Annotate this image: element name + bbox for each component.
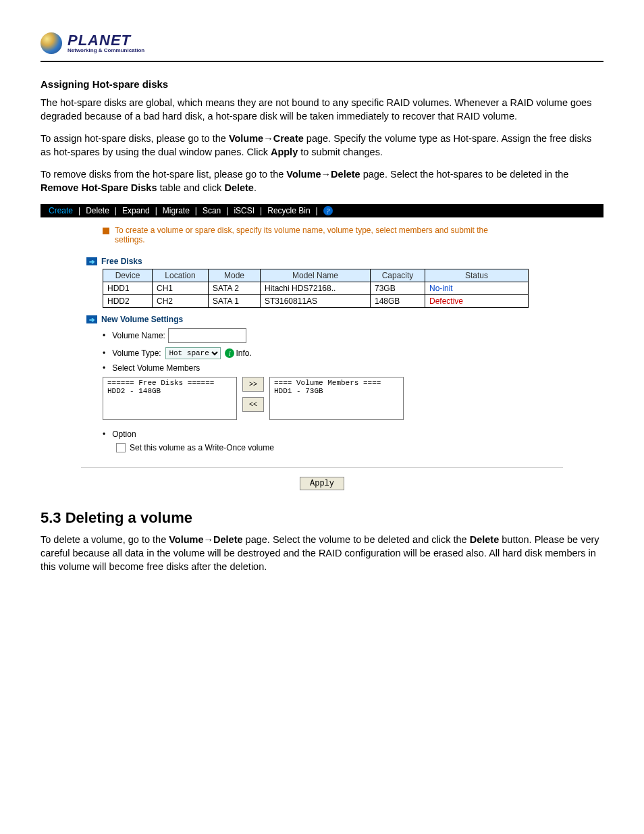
heading-deleting-volume: 5.3 Deleting a volume bbox=[41, 509, 603, 527]
section-heading: Assigning Hot-spare disks bbox=[41, 78, 603, 90]
nav-path: Volume→Delete bbox=[286, 169, 360, 180]
cell: HDD2 bbox=[103, 295, 153, 308]
col-modelname: Model Name bbox=[261, 269, 371, 282]
text: table and click bbox=[157, 182, 224, 193]
info-icon[interactable]: i bbox=[225, 348, 234, 358]
header-rule bbox=[41, 61, 603, 62]
move-right-button[interactable]: >> bbox=[242, 377, 264, 392]
cell-status: Defective bbox=[425, 295, 529, 308]
bullet-icon bbox=[103, 228, 109, 234]
volume-type-label: Volume Type: bbox=[112, 348, 161, 358]
logo-tagline: Networking & Communication bbox=[68, 48, 144, 53]
row-volume-name: Volume Name: bbox=[103, 328, 603, 343]
new-volume-panel: ➔ New Volume Settings bbox=[86, 315, 603, 324]
nav-path: Volume→Create bbox=[229, 133, 304, 144]
tab-recyclebin[interactable]: Recycle Bin bbox=[262, 206, 315, 215]
tab-migrate[interactable]: Migrate bbox=[157, 206, 195, 215]
body-paragraph: To assign hot-spare disks, please go to … bbox=[41, 132, 603, 159]
nav-separator-icon: | bbox=[316, 206, 318, 215]
volume-type-select[interactable]: Hot spare bbox=[165, 347, 221, 359]
collapse-arrow-icon[interactable]: ➔ bbox=[86, 257, 97, 265]
text: . bbox=[254, 182, 257, 193]
text: To delete a volume, go to the bbox=[41, 534, 169, 545]
cell: SATA 1 bbox=[209, 295, 261, 308]
dual-listbox: ====== Free Disks ====== HDD2 - 148GB >>… bbox=[103, 377, 603, 420]
logo-name: PLANET bbox=[68, 33, 144, 48]
divider bbox=[81, 467, 563, 468]
tab-expand[interactable]: Expand bbox=[117, 206, 155, 215]
col-location: Location bbox=[153, 269, 209, 282]
brand-logo: PLANET Networking & Communication bbox=[41, 32, 603, 54]
button-name: Delete bbox=[224, 182, 254, 193]
cell: CH1 bbox=[153, 282, 209, 295]
move-left-button[interactable]: << bbox=[242, 397, 264, 412]
nav-path: Volume→Delete bbox=[169, 534, 242, 545]
write-once-row: Set this volume as a Write-Once volume bbox=[116, 443, 603, 452]
volume-name-label: Volume Name: bbox=[112, 331, 165, 340]
cell: SATA 2 bbox=[209, 282, 261, 295]
text: To assign hot-spare disks, please go to … bbox=[41, 133, 229, 144]
tab-delete[interactable]: Delete bbox=[80, 206, 115, 215]
row-volume-type: Volume Type: Hot spare i Info. bbox=[103, 347, 603, 359]
tab-iscsi[interactable]: iSCSI bbox=[228, 206, 260, 215]
globe-icon bbox=[41, 32, 62, 54]
cell: CH2 bbox=[153, 295, 209, 308]
write-once-checkbox[interactable] bbox=[116, 443, 126, 452]
button-name: Delete bbox=[470, 534, 500, 545]
tab-scan[interactable]: Scan bbox=[197, 206, 226, 215]
text: page. Select the volume to be deleted an… bbox=[243, 534, 470, 545]
cell: HDD1 bbox=[103, 282, 153, 295]
body-paragraph: To remove disks from the hot-spare list,… bbox=[41, 168, 603, 194]
free-disks-listbox[interactable]: ====== Free Disks ====== HDD2 - 148GB bbox=[103, 377, 237, 420]
col-capacity: Capacity bbox=[371, 269, 425, 282]
listbox-header: ====== Free Disks ====== bbox=[107, 379, 232, 387]
option-label: Option bbox=[112, 429, 136, 439]
list-item[interactable]: HDD2 - 148GB bbox=[107, 387, 232, 395]
table-header-row: Device Location Mode Model Name Capacity… bbox=[103, 269, 529, 282]
list-item[interactable]: HDD1 - 73GB bbox=[274, 387, 399, 395]
panel-title: New Volume Settings bbox=[101, 315, 183, 324]
text: page. Select the hot-spares to be delete… bbox=[360, 169, 569, 180]
text: to submit changes. bbox=[298, 147, 383, 157]
table-row: HDD1 CH1 SATA 2 Hitachi HDS72168.. 73GB … bbox=[103, 282, 529, 295]
collapse-arrow-icon[interactable]: ➔ bbox=[86, 315, 97, 323]
body-paragraph: To delete a volume, go to the Volume→Del… bbox=[41, 533, 603, 573]
info-label: Info. bbox=[236, 348, 251, 358]
hint-text: To create a volume or spare disk, specif… bbox=[115, 226, 506, 244]
embedded-screenshot: Create| Delete| Expand| Migrate| Scan| i… bbox=[41, 204, 603, 490]
cell: 73GB bbox=[371, 282, 425, 295]
new-volume-form: Volume Name: Volume Type: Hot spare i In… bbox=[103, 328, 603, 373]
col-device: Device bbox=[103, 269, 153, 282]
mover-buttons: >> << bbox=[242, 377, 264, 412]
col-mode: Mode bbox=[209, 269, 261, 282]
cell: 148GB bbox=[371, 295, 425, 308]
col-status: Status bbox=[425, 269, 529, 282]
write-once-label: Set this volume as a Write-Once volume bbox=[130, 443, 274, 452]
body-paragraph: The hot-spare disks are global, which me… bbox=[41, 97, 603, 123]
volume-navbar: Create| Delete| Expand| Migrate| Scan| i… bbox=[41, 204, 603, 217]
panel-title: Free Disks bbox=[101, 257, 142, 266]
free-disks-table: Device Location Mode Model Name Capacity… bbox=[103, 269, 529, 308]
listbox-header: ==== Volume Members ==== bbox=[274, 379, 399, 387]
row-select-members: Select Volume Members bbox=[103, 363, 603, 373]
free-disks-panel: ➔ Free Disks bbox=[86, 257, 603, 266]
cell: ST3160811AS bbox=[261, 295, 371, 308]
table-name: Remove Hot-Spare Disks bbox=[41, 182, 157, 193]
button-name: Apply bbox=[271, 147, 298, 157]
select-members-label: Select Volume Members bbox=[112, 363, 200, 373]
option-row: Option bbox=[103, 429, 603, 439]
table-row: HDD2 CH2 SATA 1 ST3160811AS 148GB Defect… bbox=[103, 295, 529, 308]
volume-name-input[interactable] bbox=[168, 328, 246, 343]
members-listbox[interactable]: ==== Volume Members ==== HDD1 - 73GB bbox=[269, 377, 404, 420]
help-icon[interactable]: ? bbox=[323, 206, 333, 215]
hint-row: To create a volume or spare disk, specif… bbox=[103, 226, 603, 244]
text: To remove disks from the hot-spare list,… bbox=[41, 169, 286, 180]
tab-create[interactable]: Create bbox=[43, 206, 78, 215]
apply-button[interactable]: Apply bbox=[300, 477, 344, 490]
cell: Hitachi HDS72168.. bbox=[261, 282, 371, 295]
cell-status: No-init bbox=[425, 282, 529, 295]
